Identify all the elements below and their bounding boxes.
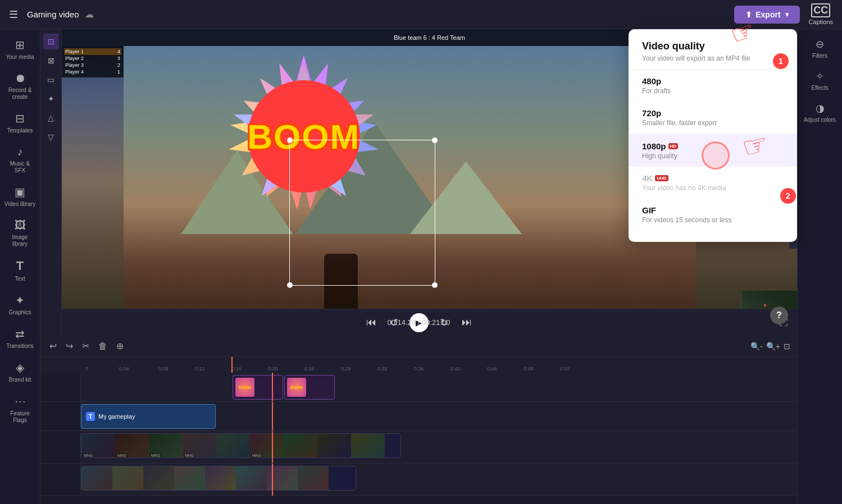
help-button[interactable]: ?: [770, 306, 788, 324]
zoom-out-button[interactable]: 🔍-: [750, 342, 763, 351]
zoom-in-button[interactable]: 🔍+: [766, 342, 780, 351]
score-row-1: Player 14: [64, 48, 121, 55]
time-display: 00:14.26 / 00:21.00: [387, 318, 450, 327]
sidebar-item-graphics[interactable]: ✦ Graphics: [2, 289, 38, 320]
track-content-video1: MNG MNG MNG MNG MNG: [81, 431, 797, 463]
captions-button[interactable]: CC Captions: [809, 3, 833, 25]
sidebar-item-label-graphics: Graphics: [8, 309, 31, 316]
tool-arrow[interactable]: ▽: [43, 129, 59, 145]
ruler-mark-052: 0:52: [560, 366, 570, 372]
tool-sidebar: ⊡ ⊠ ▭ ✦ △ ▽: [40, 29, 62, 336]
handle-bottom-right[interactable]: [432, 282, 438, 288]
right-sidebar: ⊖ Filters ✧ Effects ◑ Adjust colors ‹: [797, 29, 842, 504]
video-thumb-1h: [317, 434, 351, 458]
ruler-mark-024: 0:24: [304, 366, 315, 372]
track-content-text: T My gameplay: [81, 402, 797, 430]
video-thumb-2a: [81, 466, 112, 491]
adjust-colors-label: Adjust colors: [804, 117, 836, 123]
sidebar-item-text[interactable]: T Text: [2, 254, 38, 287]
sidebar-item-record-create[interactable]: ⏺ Record & create: [2, 67, 38, 105]
zoom-controls: 🔍- 🔍+ ⊡: [750, 342, 790, 351]
feature-flags-icon: ⋯: [15, 395, 26, 408]
vq-option-gif-desc: For videos 15 seconds or less: [642, 216, 784, 224]
sidebar-item-feature-flags[interactable]: ⋯ Feature Flags: [2, 390, 38, 428]
fit-zoom-button[interactable]: ⊡: [784, 342, 790, 351]
tool-magic[interactable]: ✦: [43, 91, 59, 107]
sidebar-item-your-media[interactable]: ⊞ Your media: [2, 34, 38, 65]
text-track-block[interactable]: T My gameplay: [81, 404, 216, 429]
sidebar-item-music-sfx[interactable]: ♪ Music & SFX: [2, 141, 38, 178]
ruler-mark-040: 0:40: [450, 366, 461, 372]
skip-back-button[interactable]: ⏮: [364, 314, 379, 331]
timeline-toolbar: ↩ ↪ ✂ 🗑 ⊕ 🔍- 🔍+ ⊡: [40, 336, 797, 357]
sidebar-item-transitions[interactable]: ⇄ Transitions: [2, 323, 38, 354]
score-display: Blue team 6 : 4 Red Team: [394, 34, 465, 41]
total-time: 00:21.00: [422, 318, 450, 327]
timeline-tracks: BOOM BOOM T My gameplay: [40, 373, 797, 504]
filters-label: Filters: [812, 53, 827, 59]
duplicate-button[interactable]: ⊕: [114, 338, 126, 354]
playhead-arrow: [228, 357, 236, 358]
score-row-3: Player 32: [64, 62, 121, 68]
skip-forward-button[interactable]: ⏭: [459, 314, 474, 331]
sticker-block-2[interactable]: BOOM: [284, 375, 335, 400]
sidebar-item-label-templates: Templates: [7, 127, 33, 134]
right-item-effects[interactable]: ✧ Effects: [800, 66, 840, 95]
video-thumb-1i: [351, 434, 385, 458]
video-thumb-2d: [174, 466, 205, 491]
cut-button[interactable]: ✂: [80, 338, 92, 354]
video-library-icon: ▣: [15, 185, 25, 199]
track-content-video2: [81, 464, 797, 496]
sidebar-item-label-music: Music & SFX: [4, 161, 36, 174]
video-thumb-2g: [267, 466, 298, 491]
vq-option-4k[interactable]: 4K UHD Your video has no 4K media: [629, 167, 797, 199]
right-item-filters[interactable]: ⊖ Filters: [800, 34, 840, 63]
cc-icon: CC: [811, 3, 830, 17]
right-item-adjust-colors[interactable]: ◑ Adjust colors: [800, 98, 840, 127]
export-dropdown-icon[interactable]: ▾: [785, 11, 789, 19]
sidebar-item-video-library[interactable]: ▣ Video library: [2, 181, 38, 212]
sticker-block-1[interactable]: BOOM: [233, 375, 283, 400]
sidebar-item-label-record: Record & create: [4, 87, 36, 100]
handle-bottom-left[interactable]: [287, 282, 293, 288]
sidebar-item-image-library[interactable]: 🖼 Image library: [2, 214, 38, 252]
vq-option-720p[interactable]: 720p Smaller file, faster export: [629, 102, 797, 134]
left-sidebar: ⊞ Your media ⏺ Record & create ⊟ Templat…: [0, 29, 40, 504]
handle-top-right[interactable]: [432, 138, 438, 143]
sidebar-item-label-video-library: Video library: [4, 201, 35, 208]
video-track-2[interactable]: [81, 466, 356, 491]
video-quality-dropdown: Video quality Your video will export as …: [629, 29, 797, 242]
vq-option-gif[interactable]: GIF For videos 15 seconds or less: [629, 199, 797, 231]
tool-crop[interactable]: ⊡: [43, 34, 59, 49]
undo-button[interactable]: ↩: [47, 338, 59, 354]
effects-label: Effects: [811, 85, 828, 91]
delete-button[interactable]: 🗑: [96, 339, 110, 354]
vq-option-1080p-label: 1080p HD: [642, 141, 784, 151]
scoreboard: Player 14 Player 23 Player 32 Player 41: [62, 46, 124, 77]
vq-option-480p[interactable]: 480p For drafts: [629, 70, 797, 102]
text-track-icon: T: [86, 412, 95, 421]
export-button[interactable]: ⬆ Export ▾: [734, 6, 799, 24]
track-content-sticker: BOOM BOOM: [81, 373, 797, 401]
tool-screen[interactable]: ▭: [43, 72, 59, 88]
score-row-2: Player 23: [64, 55, 121, 62]
ruler-mark-016: 0:16: [231, 366, 242, 372]
vq-option-1080p[interactable]: 1080p HD High quality: [629, 134, 797, 167]
record-icon: ⏺: [15, 72, 26, 85]
video-track-1[interactable]: MNG MNG MNG MNG MNG: [81, 433, 401, 458]
ruler-mark-044: 0:44: [487, 366, 497, 372]
export-upload-icon: ⬆: [745, 10, 752, 19]
sidebar-item-brand-kit[interactable]: ◈ Brand kit: [2, 356, 38, 388]
vq-option-480p-label: 480p: [642, 76, 784, 86]
tool-shape[interactable]: △: [43, 110, 59, 126]
export-label: Export: [755, 10, 780, 19]
ruler-mark-012: 0:12: [195, 366, 205, 372]
tool-transform[interactable]: ⊠: [43, 53, 59, 68]
music-icon: ♪: [17, 145, 23, 158]
sidebar-item-templates[interactable]: ⊟ Templates: [2, 107, 38, 139]
adjust-colors-icon: ◑: [816, 102, 825, 114]
handle-top-left[interactable]: [287, 138, 293, 143]
redo-button[interactable]: ↪: [63, 338, 75, 354]
ruler-mark-028: 0:28: [341, 366, 351, 372]
menu-icon[interactable]: ☰: [9, 8, 18, 21]
